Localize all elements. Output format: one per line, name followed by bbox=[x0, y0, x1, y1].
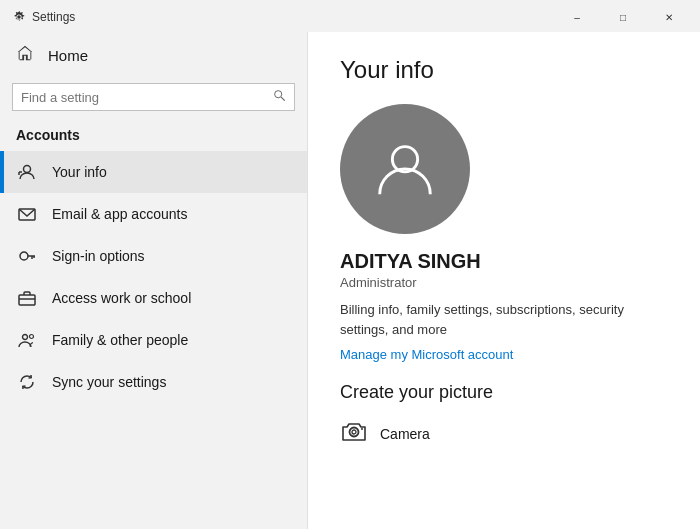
camera-item[interactable]: Camera bbox=[340, 417, 668, 451]
email-icon bbox=[16, 204, 38, 224]
sidebar-item-sync[interactable]: Sync your settings bbox=[0, 361, 307, 403]
avatar bbox=[340, 104, 470, 234]
sidebar-item-sign-in-label: Sign-in options bbox=[52, 248, 145, 264]
create-picture-title: Create your picture bbox=[340, 382, 668, 403]
home-icon bbox=[16, 44, 34, 67]
sidebar-item-work-school-label: Access work or school bbox=[52, 290, 191, 306]
title-bar-title: Settings bbox=[32, 10, 75, 24]
minimize-button[interactable]: – bbox=[554, 1, 600, 33]
svg-point-2 bbox=[24, 166, 31, 173]
sidebar: Home Accounts Your info bbox=[0, 32, 308, 529]
settings-gear-icon bbox=[12, 10, 26, 24]
sidebar-section-label: Accounts bbox=[0, 121, 307, 151]
sidebar-item-email-label: Email & app accounts bbox=[52, 206, 187, 222]
svg-rect-10 bbox=[19, 295, 35, 305]
svg-point-12 bbox=[23, 335, 28, 340]
sidebar-item-home[interactable]: Home bbox=[0, 32, 307, 79]
svg-point-0 bbox=[275, 91, 282, 98]
app-body: Home Accounts Your info bbox=[0, 32, 700, 529]
user-role: Administrator bbox=[340, 275, 668, 290]
maximize-button[interactable]: □ bbox=[600, 1, 646, 33]
svg-point-13 bbox=[30, 335, 34, 339]
svg-line-1 bbox=[281, 97, 285, 101]
sidebar-item-your-info-label: Your info bbox=[52, 164, 107, 180]
close-button[interactable]: ✕ bbox=[646, 1, 692, 33]
person-icon bbox=[16, 162, 38, 182]
ms-account-link[interactable]: Manage my Microsoft account bbox=[340, 347, 513, 362]
camera-label: Camera bbox=[380, 426, 430, 442]
sidebar-item-email-accounts[interactable]: Email & app accounts bbox=[0, 193, 307, 235]
camera-icon bbox=[340, 417, 368, 451]
title-bar-left: Settings bbox=[12, 10, 75, 24]
search-input[interactable] bbox=[21, 90, 273, 105]
svg-point-16 bbox=[352, 430, 356, 434]
search-icon bbox=[273, 89, 286, 105]
sync-icon bbox=[16, 372, 38, 392]
search-box bbox=[12, 83, 295, 111]
sidebar-item-your-info[interactable]: Your info bbox=[0, 151, 307, 193]
svg-point-6 bbox=[20, 252, 28, 260]
sidebar-item-work-school[interactable]: Access work or school bbox=[0, 277, 307, 319]
page-title: Your info bbox=[340, 56, 668, 84]
home-label: Home bbox=[48, 47, 88, 64]
svg-point-15 bbox=[350, 428, 359, 437]
sidebar-item-sign-in[interactable]: Sign-in options bbox=[0, 235, 307, 277]
people-icon bbox=[16, 330, 38, 350]
sidebar-item-family-label: Family & other people bbox=[52, 332, 188, 348]
title-bar-controls: – □ ✕ bbox=[554, 1, 692, 33]
sidebar-item-sync-label: Sync your settings bbox=[52, 374, 166, 390]
title-bar: Settings – □ ✕ bbox=[0, 0, 700, 32]
user-description: Billing info, family settings, subscript… bbox=[340, 300, 668, 339]
svg-point-17 bbox=[361, 428, 363, 430]
briefcase-icon bbox=[16, 288, 38, 308]
key-icon bbox=[16, 246, 38, 266]
avatar-person-icon bbox=[370, 132, 440, 206]
main-content: Your info ADITYA SINGH Administrator Bil… bbox=[308, 32, 700, 529]
user-name: ADITYA SINGH bbox=[340, 250, 668, 273]
sidebar-item-family[interactable]: Family & other people bbox=[0, 319, 307, 361]
